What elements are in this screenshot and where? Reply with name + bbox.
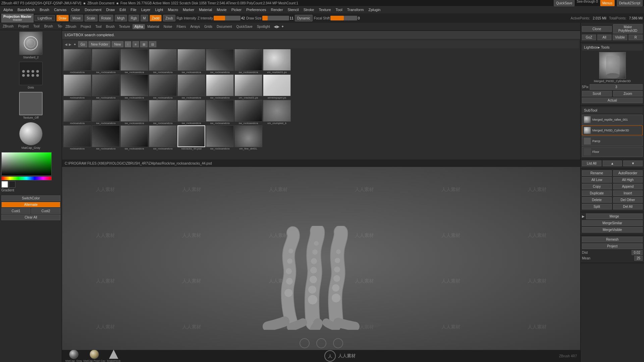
lightbox-button[interactable]: LightBox: [35, 15, 55, 21]
alpha-item[interactable]: sw_rocksandcra: [149, 125, 177, 150]
nav-tab-tool[interactable]: Tool: [93, 24, 103, 29]
alpha-item[interactable]: sw_rocksandcra: [177, 100, 205, 125]
menu-marker[interactable]: Marker: [181, 7, 196, 12]
up-arrow-button[interactable]: ▲: [603, 161, 622, 166]
dynamic-button[interactable]: Dynamic: [295, 15, 313, 21]
mrgh-button[interactable]: Mrgh: [115, 15, 127, 21]
rename-button[interactable]: Rename: [582, 170, 612, 176]
alpha-item[interactable]: sw_rocksandcra: [177, 49, 205, 74]
nav-tab-brush[interactable]: Brush: [104, 24, 117, 29]
alpha-item[interactable]: vm_crumpled_b: [263, 100, 291, 125]
alpha-item[interactable]: sw_rocksandcra: [234, 49, 262, 74]
menus-button[interactable]: Menus: [600, 0, 615, 6]
alpha-item[interactable]: sw_rocksandcra: [120, 49, 148, 74]
alpha-item[interactable]: vm_fine_dirt01.: [234, 125, 262, 150]
matcap-cav-item[interactable]: SnakeHook: [107, 350, 120, 362]
dist-value-button[interactable]: 0.02: [632, 250, 643, 255]
alpha-item-selected[interactable]: ndcracks_44.psd: [177, 125, 205, 150]
cust2-button[interactable]: Cust2: [31, 208, 60, 214]
clone-button[interactable]: Clone: [582, 26, 612, 32]
goz-button[interactable]: GoZ: [582, 35, 596, 40]
alpha-item[interactable]: sw_rocksandcra: [206, 100, 234, 125]
menu-texture[interactable]: Texture: [317, 7, 333, 12]
r-button[interactable]: R: [629, 35, 643, 40]
nav-tab-zbrush[interactable]: ZBrush: [63, 24, 78, 29]
alpha-item[interactable]: sw_rocksandcra: [206, 49, 234, 74]
tab-tool[interactable]: Tool: [31, 24, 41, 29]
copy-button[interactable]: Copy: [582, 184, 612, 189]
draw-button[interactable]: Draw: [56, 15, 69, 21]
nav-prev-button[interactable]: ◀: [274, 24, 276, 29]
alpha-item[interactable]: sw_rocksandcra: [177, 74, 205, 99]
nav-tab-material[interactable]: Material: [145, 24, 161, 29]
alpha-item[interactable]: vm_cracks01.ps: [234, 74, 262, 99]
menu-document[interactable]: Document: [83, 7, 103, 12]
append-button[interactable]: Append: [613, 184, 643, 189]
quick-save-button[interactable]: QuickSave: [554, 0, 575, 6]
alpha-item[interactable]: rocksandcra: [63, 49, 91, 74]
zoom-button[interactable]: Zoom: [613, 91, 643, 97]
color-picker[interactable]: [1, 152, 52, 176]
all-low-button[interactable]: All Low: [582, 177, 612, 183]
actual-button[interactable]: Actual: [582, 98, 643, 103]
menu-alpha[interactable]: Alpha: [1, 7, 15, 12]
remesh-button[interactable]: Remesh: [582, 237, 643, 242]
nav-tab-alpha[interactable]: Alpha: [132, 24, 145, 29]
nav-expand-button[interactable]: ✦: [281, 24, 284, 29]
nav-tab-arrays[interactable]: Arrays: [188, 24, 202, 29]
nav-tab-document[interactable]: Document: [215, 24, 234, 29]
all-high-button[interactable]: All High: [613, 177, 643, 183]
alpha-item[interactable]: rocksandcra: [63, 74, 91, 99]
subtool-item-4[interactable]: Floor: [582, 147, 643, 157]
subtool-item-3[interactable]: Parcp: [582, 136, 643, 146]
move-button[interactable]: Move: [70, 15, 83, 21]
nav-tab-grids[interactable]: Grids: [202, 24, 214, 29]
menu-draw[interactable]: Draw: [104, 7, 117, 12]
menu-edit[interactable]: Edit: [117, 7, 128, 12]
zscript-button[interactable]: DefaultZScript: [617, 0, 643, 6]
zadd-button[interactable]: Zadd: [150, 15, 162, 21]
spix-value-button[interactable]: 3: [590, 84, 643, 90]
current-tool-container[interactable]: Merged_PM3D_Cylinder3D: [582, 52, 643, 83]
viewport[interactable]: 人人素材 人人素材 人人素材 人人素材 人人素材 人人素材 人人素材 人人素材 …: [62, 167, 580, 350]
nav-next-button[interactable]: ▶: [277, 24, 279, 29]
m-button[interactable]: M: [141, 15, 148, 21]
nav-tab-quicksave[interactable]: QuickSave: [234, 24, 255, 29]
dots-thumbnail[interactable]: Dots: [0, 60, 62, 90]
alpha-item[interactable]: sw_rocksandcra: [120, 125, 148, 150]
color-hue-bar[interactable]: [1, 176, 52, 180]
scale-button[interactable]: Scale: [85, 15, 98, 21]
merge-button[interactable]: Merge: [586, 214, 643, 219]
menu-render[interactable]: Render: [269, 7, 285, 12]
import-button[interactable]: ↑: [125, 41, 131, 47]
menu-brush[interactable]: Brush: [38, 7, 51, 12]
alpha-item[interactable]: sw_rocksandcra: [149, 100, 177, 125]
view-large-button[interactable]: ⊟: [149, 41, 156, 47]
alpha-item[interactable]: rocksandcra: [63, 125, 91, 150]
white-swatch[interactable]: [1, 181, 8, 188]
brush-thumbnail[interactable]: Standard_2: [0, 30, 62, 60]
alternate-button[interactable]: Alternate: [1, 202, 60, 207]
project-button[interactable]: Project: [582, 243, 643, 249]
matcap-gray-item[interactable]: MatCap_Gray: [65, 350, 82, 362]
merge-similar-button[interactable]: MergeSimilar: [582, 220, 643, 226]
subtool-item-2[interactable]: Merged_FM3D_Cylinder3D: [582, 125, 643, 135]
black-swatch[interactable]: [9, 181, 15, 188]
projection-master-button[interactable]: Projection Master Master: [1, 14, 34, 23]
del-other-button[interactable]: Del Other: [613, 197, 643, 203]
cust1-button[interactable]: Cust1: [1, 208, 31, 214]
menu-material[interactable]: Material: [197, 7, 214, 12]
alpha-item[interactable]: rocksandcra: [63, 100, 91, 125]
split-button[interactable]: Split: [582, 204, 612, 209]
nav-tab-texture[interactable]: Texture: [117, 24, 132, 29]
visible-button[interactable]: Visible: [613, 35, 627, 40]
down-arrow-button[interactable]: ▼: [623, 161, 643, 166]
alpha-item[interactable]: sw_rocksandcra: [206, 125, 234, 150]
menu-light[interactable]: Light: [153, 7, 165, 12]
nav-tab-spotlight[interactable]: Spotlight: [255, 24, 272, 29]
mean-value-button[interactable]: 25: [634, 256, 643, 261]
list-all-button[interactable]: List All: [582, 161, 601, 166]
nav-fwd-icon[interactable]: ▶: [69, 43, 71, 46]
tab-zbrush[interactable]: ZBrush: [1, 24, 15, 29]
menu-macro[interactable]: Macro: [166, 7, 180, 12]
